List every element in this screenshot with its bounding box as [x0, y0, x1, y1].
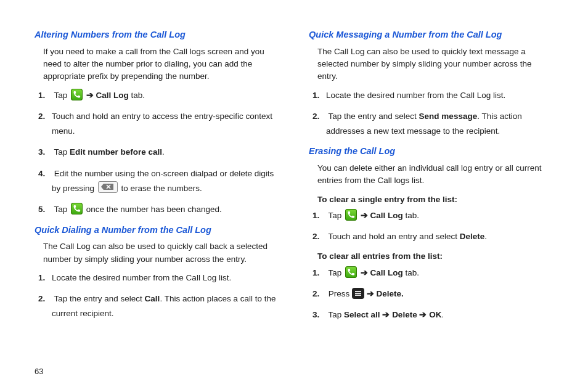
phone-icon: [345, 266, 357, 278]
phone-icon: [71, 89, 83, 100]
bold: Edit number before call: [70, 147, 162, 157]
intro-quick-messaging: The Call Log can also be used to quickly…: [309, 46, 553, 83]
text: .: [484, 232, 487, 241]
heading-quick-messaging: Quick Messaging a Number from the Call L…: [309, 28, 553, 42]
step: Touch and hold an entry and select Delet…: [326, 229, 553, 244]
text: Tap the entry and select: [329, 112, 419, 121]
text: tab.: [403, 268, 419, 277]
text: Tap: [329, 310, 345, 319]
bold: OK: [429, 310, 441, 319]
menu-icon: [352, 288, 364, 299]
arrow-icon: ➔: [367, 289, 374, 298]
backspace-icon: [98, 181, 118, 193]
text: Tap: [54, 91, 70, 100]
steps-quick-dialing: Locate the desired number from the Call …: [35, 271, 279, 322]
bold: Call: [145, 294, 160, 303]
text: .: [441, 310, 444, 319]
step: Tap the entry and select Call. This acti…: [52, 292, 279, 322]
bold: Call Log: [96, 91, 129, 100]
step: Locate the desired number from the Call …: [52, 271, 279, 285]
phone-icon: [71, 203, 83, 214]
heading-quick-dialing: Quick Dialing a Number from the Call Log: [35, 224, 279, 237]
bold: Call Log: [370, 211, 403, 220]
step: Tap ➔ Call Log tab.: [52, 88, 279, 103]
heading-altering-numbers: Altering Numbers from the Call Log: [35, 28, 279, 42]
step: Tap ➔ Call Log tab.: [326, 208, 553, 223]
arrow-icon: ➔: [382, 310, 390, 319]
text: Tap the entry and select: [54, 294, 145, 303]
text: Tap: [329, 211, 345, 220]
arrow-icon: ➔: [361, 211, 368, 220]
text: Touch and hold an entry and select: [329, 232, 460, 241]
text: Tap: [329, 268, 345, 277]
step: Tap the entry and select Send message. T…: [326, 109, 553, 139]
arrow-icon: ➔: [361, 268, 368, 277]
subhead-clear-single: To clear a single entry from the list:: [309, 194, 553, 206]
page-number: 63: [35, 367, 43, 376]
bold: Call Log: [370, 268, 403, 277]
text: to erase the numbers.: [119, 184, 202, 193]
text: Tap: [54, 147, 70, 157]
intro-quick-dialing: The Call Log can also be used to quickly…: [35, 240, 279, 266]
steps-quick-messaging: Locate the desired number from the Call …: [309, 88, 553, 139]
bold: Delete: [392, 310, 417, 319]
step: Tap Select all ➔ Delete ➔ OK.: [326, 308, 553, 322]
text: Tap: [54, 205, 70, 214]
steps-clear-all: Tap ➔ Call Log tab. Press ➔ Delete. Tap …: [309, 266, 553, 323]
arrow-icon: ➔: [419, 310, 427, 319]
steps-clear-single: Tap ➔ Call Log tab. Touch and hold an en…: [309, 208, 553, 245]
step: Edit the number using the on-screen dial…: [52, 166, 279, 197]
intro-erasing: You can delete either an individual call…: [309, 162, 553, 187]
text: Press: [329, 289, 352, 298]
heading-erasing: Erasing the Call Log: [309, 145, 553, 158]
subhead-clear-all: To clear all entries from the list:: [309, 250, 553, 263]
step: Tap Edit number before call.: [52, 145, 279, 160]
step: Tap ➔ Call Log tab.: [326, 266, 553, 280]
bold: Delete.: [377, 289, 404, 298]
text: tab.: [403, 211, 419, 220]
step: Locate the desired number from the Call …: [326, 88, 553, 103]
intro-altering: If you need to make a call from the Call…: [35, 46, 279, 83]
step: Tap once the number has been changed.: [52, 202, 279, 217]
step: Press ➔ Delete.: [326, 287, 553, 301]
text: .: [162, 147, 165, 157]
text: tab.: [129, 91, 145, 100]
left-column: Altering Numbers from the Call Log If yo…: [35, 25, 279, 380]
right-column: Quick Messaging a Number from the Call L…: [309, 25, 553, 380]
steps-altering: Tap ➔ Call Log tab. Touch and hold an en…: [35, 88, 279, 218]
bold: Select all: [344, 310, 380, 319]
bold: Send message: [419, 112, 478, 121]
bold: Delete: [460, 232, 485, 241]
phone-icon: [345, 209, 357, 221]
text: once the number has been changed.: [84, 205, 222, 214]
arrow-icon: ➔: [86, 91, 94, 100]
step: Touch and hold an entry to access the en…: [52, 109, 279, 139]
